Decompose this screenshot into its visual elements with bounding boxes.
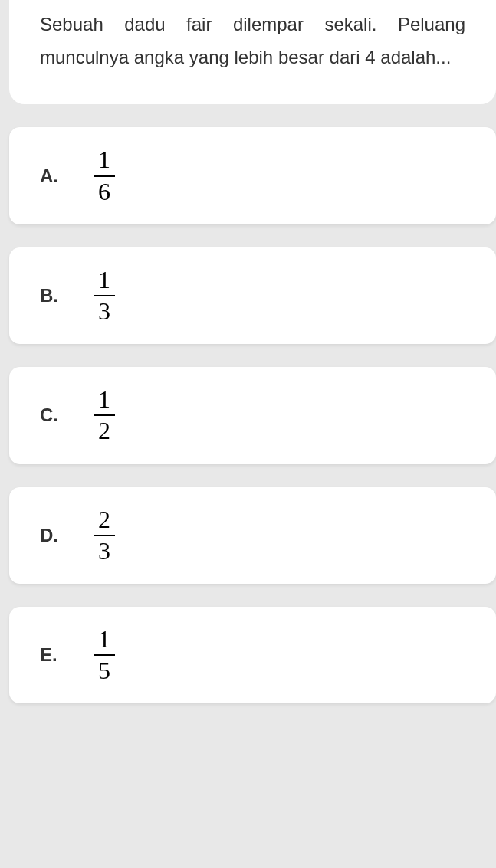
option-label-b: B. bbox=[40, 285, 63, 306]
fraction-c: 1 2 bbox=[94, 386, 115, 444]
option-label-e: E. bbox=[40, 644, 63, 666]
denominator-e: 5 bbox=[94, 654, 115, 684]
option-e[interactable]: E. 1 5 bbox=[9, 607, 496, 703]
fraction-a: 1 6 bbox=[94, 146, 115, 205]
option-a[interactable]: A. 1 6 bbox=[9, 127, 496, 224]
denominator-c: 2 bbox=[94, 414, 115, 444]
option-d[interactable]: D. 2 3 bbox=[9, 487, 496, 584]
option-label-d: D. bbox=[40, 525, 63, 546]
numerator-b: 1 bbox=[94, 267, 115, 295]
option-b[interactable]: B. 1 3 bbox=[9, 247, 496, 344]
question-card: Sebuah dadu fair dilempar sekali. Peluan… bbox=[9, 0, 496, 104]
numerator-d: 2 bbox=[94, 506, 115, 535]
numerator-e: 1 bbox=[94, 626, 115, 654]
denominator-b: 3 bbox=[94, 295, 115, 325]
fraction-e: 1 5 bbox=[94, 626, 115, 684]
option-label-a: A. bbox=[40, 165, 63, 187]
option-c[interactable]: C. 1 2 bbox=[9, 367, 496, 463]
denominator-a: 6 bbox=[94, 175, 115, 205]
option-label-c: C. bbox=[40, 405, 63, 426]
fraction-d: 2 3 bbox=[94, 506, 115, 565]
denominator-d: 3 bbox=[94, 535, 115, 565]
numerator-c: 1 bbox=[94, 386, 115, 414]
question-text: Sebuah dadu fair dilempar sekali. Peluan… bbox=[40, 8, 465, 74]
numerator-a: 1 bbox=[94, 146, 115, 175]
fraction-b: 1 3 bbox=[94, 267, 115, 325]
